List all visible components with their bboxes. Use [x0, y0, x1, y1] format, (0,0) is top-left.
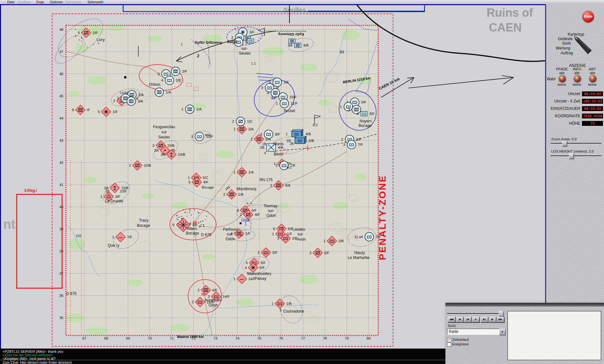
- map-label: Bocage: [137, 223, 150, 228]
- map-label: Tracy: [139, 218, 149, 223]
- los-height-slider-track[interactable]: [551, 155, 601, 156]
- checkbox-ereignisse[interactable]: [447, 342, 451, 347]
- svg-text:6/F: 6/F: [252, 209, 257, 212]
- svg-text:3: 3: [260, 132, 262, 136]
- readout-value-5: 71: [582, 121, 603, 126]
- rewind-button[interactable]: ◀◀: [448, 317, 455, 323]
- map-label: Noyers: [360, 119, 372, 123]
- chat-prompt[interactable]: Zum Chat: Hier klicken (oder Enter drück…: [3, 360, 72, 364]
- svg-text:3A: 3A: [288, 43, 293, 47]
- svg-text:2/B: 2/B: [338, 239, 344, 243]
- info-knob[interactable]: [573, 75, 581, 83]
- svg-text:2: 2: [197, 288, 199, 292]
- pfade-knob[interactable]: [558, 75, 566, 83]
- window-frame-left: [0, 4, 1, 364]
- anzeige-col-pfade: PFADE: [554, 67, 569, 71]
- svg-text:4/B: 4/B: [303, 43, 309, 47]
- menu-item-zeige[interactable]: Zeige: [36, 0, 44, 4]
- view-dropdown[interactable]: Karte: [447, 329, 501, 335]
- svg-text:8: 8: [72, 108, 74, 112]
- svg-text:4/B: 4/B: [306, 132, 311, 136]
- svg-text:2B: 2B: [260, 146, 264, 149]
- map-label: Monts: [273, 142, 284, 146]
- sidebar-option-auftrag[interactable]: Auftrag: [561, 51, 573, 55]
- svg-text:3: 3: [158, 72, 160, 76]
- ende-button[interactable]: Ende: [582, 11, 594, 22]
- to-end-button[interactable]: ▶|: [480, 317, 488, 323]
- map-terrain[interactable]: [66, 25, 378, 335]
- checkbox-label-ereignisse: Ereignisse: [452, 342, 469, 346]
- svg-text:1: 1: [286, 132, 288, 136]
- map-label: Maisoncelles: [247, 271, 271, 276]
- readout-label-1: Uhrzeit: [546, 92, 580, 96]
- map-label: Orbois: [149, 82, 160, 87]
- map-label: 1: [181, 42, 183, 46]
- svg-text:1: 1: [233, 277, 235, 281]
- sidebar-option-gelände[interactable]: Gelände: [558, 37, 572, 41]
- svg-text:1: 1: [271, 302, 273, 306]
- svg-text:4/F: 4/F: [255, 213, 260, 217]
- map-label: Palvay: [255, 276, 266, 281]
- map-label: Landes: [292, 227, 305, 232]
- svg-text:2: 2: [129, 164, 131, 167]
- svg-text:1: 1: [181, 107, 183, 111]
- svg-text:2: 2: [231, 36, 233, 40]
- svg-text:1/F: 1/F: [245, 232, 251, 235]
- unit-marker-vehicle[interactable]: 3A4/B: [288, 43, 309, 48]
- svg-text:7/F: 7/F: [127, 235, 132, 239]
- map-scale-label: Madrid 1899 km: [177, 335, 204, 339]
- svg-text:10/F: 10/F: [289, 95, 297, 99]
- map-label: Villers: [187, 226, 197, 231]
- ruins-of-caen-label: Ruins of: [487, 6, 533, 19]
- play-button[interactable]: ▶: [489, 317, 496, 323]
- svg-text:1/C: 1/C: [247, 120, 252, 123]
- svg-text:1/A: 1/A: [166, 90, 171, 94]
- anzeige-col-info: INFO: [570, 67, 584, 71]
- map-label: Tessel: [283, 108, 295, 113]
- svg-text:5: 5: [172, 223, 174, 227]
- stop-button[interactable]: ■: [472, 317, 480, 323]
- map-label: Feuguercilas: [153, 125, 175, 129]
- svg-text:2/A: 2/A: [138, 93, 144, 97]
- readout-value-2: +00:59:02: [582, 99, 603, 104]
- map-label: 91.4: [354, 235, 361, 239]
- map-label: ans: [205, 133, 211, 137]
- timeline-slider-thumb[interactable]: [499, 311, 504, 317]
- checkbox-zeitverlauf[interactable]: ✓: [447, 338, 451, 342]
- svg-text:4: 4: [267, 91, 269, 95]
- map-label: sur-: [268, 209, 275, 213]
- map-label: 6.1: [287, 165, 291, 169]
- svg-text:6/F: 6/F: [212, 288, 217, 292]
- map-label: Lictot: [120, 91, 128, 94]
- to-start-button[interactable]: |◀: [464, 317, 471, 323]
- zoom-karte-slider-thumb[interactable]: [562, 141, 567, 146]
- map-label: A: [136, 97, 138, 100]
- view-dropdown-arrow[interactable]: ▼: [499, 329, 506, 335]
- svg-text:3/F: 3/F: [115, 195, 120, 199]
- fast-forward-button[interactable]: ▶▶: [497, 317, 504, 323]
- los-height-slider-thumb[interactable]: [569, 153, 574, 159]
- timeline-slider-track[interactable]: [447, 313, 503, 314]
- svg-text:2: 2: [240, 213, 242, 217]
- art-knob[interactable]: [589, 75, 597, 83]
- menu-item-seitenwahl[interactable]: Seitenwahl: [87, 0, 103, 4]
- svg-text:11/F: 11/F: [291, 102, 297, 105]
- grid-row-label: 40: [59, 205, 63, 209]
- grid-col-label: 77: [301, 336, 305, 340]
- svg-text:1: 1: [188, 176, 190, 180]
- svg-text:14/F: 14/F: [223, 295, 230, 298]
- menu-item-datei[interactable]: Datei: [7, 0, 14, 4]
- svg-text:2/F: 2/F: [284, 80, 289, 84]
- event-list-box[interactable]: [508, 311, 601, 360]
- map-label: La Druette: [105, 199, 123, 203]
- grid-col-label: 79: [345, 336, 349, 340]
- sidebar-option-wertung[interactable]: Wertung: [556, 46, 570, 50]
- grid-row-label: 42: [59, 161, 63, 164]
- step-back-button[interactable]: ◀: [456, 317, 463, 323]
- map-label: Livry: [96, 38, 105, 42]
- unit-marker-vehicle[interactable]: [289, 39, 295, 43]
- menu-item-optionen[interactable]: Optionen: [50, 0, 63, 4]
- zoom-karte-slider-track[interactable]: [551, 143, 601, 144]
- sidebar-option-sicht[interactable]: Sicht: [562, 41, 571, 46]
- unit-marker-vehicle[interactable]: [247, 39, 254, 43]
